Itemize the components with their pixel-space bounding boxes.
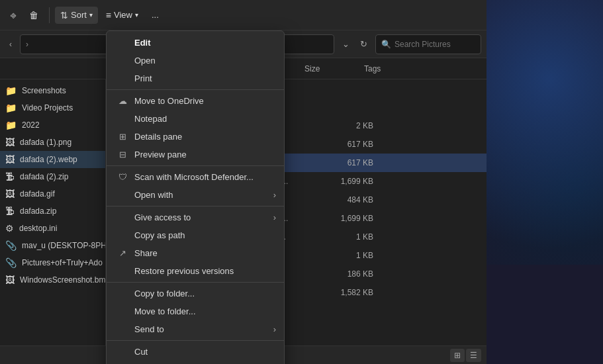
file-size: 617 KB bbox=[327, 140, 387, 149]
sidebar-item[interactable]: ⚙ desktop.ini bbox=[0, 220, 105, 237]
context-menu-item[interactable]: Copy to folder... bbox=[107, 285, 284, 302]
context-menu-item-label: Open with bbox=[134, 190, 173, 200]
context-menu-item[interactable]: Copy as path bbox=[107, 226, 284, 244]
file-icon: 🖼 bbox=[5, 275, 15, 285]
context-menu: EditOpenPrint☁Move to OneDriveNotepad⊞De… bbox=[106, 30, 285, 364]
context-menu-item[interactable]: Send to› bbox=[107, 320, 284, 338]
sort-chevron-icon: ▾ bbox=[89, 11, 93, 19]
file-size: 1,582 KB bbox=[327, 288, 387, 297]
file-size: 484 KB bbox=[327, 195, 387, 205]
context-menu-item-label: Share bbox=[134, 248, 158, 258]
context-menu-item[interactable]: ☁Move to OneDrive bbox=[107, 92, 284, 110]
delete-icon: 🗑 bbox=[29, 10, 38, 21]
sidebar-item-label: dafada (2).zip bbox=[20, 172, 68, 181]
file-size: 1,699 KB bbox=[327, 214, 387, 223]
sidebar-item[interactable]: 📁 Video Projects bbox=[0, 99, 105, 116]
context-menu-item[interactable]: Move to folder... bbox=[107, 302, 284, 320]
context-menu-item[interactable]: Copy bbox=[107, 361, 284, 364]
context-menu-item-icon: 🛡 bbox=[117, 172, 128, 182]
context-menu-item-label: Edit bbox=[134, 38, 151, 48]
toolbar-separator bbox=[49, 7, 50, 23]
sidebar-item-label: 2022 bbox=[22, 120, 40, 130]
context-menu-item-icon: ⊞ bbox=[117, 132, 128, 142]
file-icon: ⚙ bbox=[5, 223, 14, 234]
file-icon: 📎 bbox=[5, 240, 17, 251]
context-menu-item-label: Give access to bbox=[134, 212, 191, 222]
context-menu-item-label: Open bbox=[134, 56, 156, 66]
delete-button[interactable]: 🗑 bbox=[24, 7, 44, 24]
nav-back-button[interactable]: ‹ bbox=[5, 37, 16, 52]
toolbar: ⎆ 🗑 ⇅ Sort ▾ ≡ View ▾ ... bbox=[0, 0, 487, 30]
submenu-arrow-icon: › bbox=[273, 190, 276, 200]
view-icon: ≡ bbox=[106, 10, 111, 21]
context-menu-item-icon: ⊟ bbox=[117, 150, 128, 159]
context-menu-item-label: Restore previous versions bbox=[134, 266, 234, 276]
refresh-button[interactable]: ↻ bbox=[356, 36, 371, 52]
list-view-button[interactable]: ☰ bbox=[466, 349, 481, 362]
sidebar-item[interactable]: 🗜 dafada (2).zip bbox=[0, 168, 105, 185]
sidebar-item[interactable]: 📁 2022 bbox=[0, 116, 105, 134]
dropdown-button[interactable]: ⌄ bbox=[338, 36, 353, 52]
file-size: 1 KB bbox=[327, 232, 387, 242]
file-icon: 📎 bbox=[5, 257, 17, 268]
sidebar-item-label: dafada (1).png bbox=[20, 138, 71, 147]
context-menu-item[interactable]: Open bbox=[107, 52, 284, 69]
context-menu-item[interactable]: ↗Share bbox=[107, 244, 284, 262]
search-input[interactable] bbox=[394, 40, 467, 49]
context-menu-item[interactable]: ⊞Details pane bbox=[107, 128, 284, 146]
submenu-arrow-icon: › bbox=[273, 212, 276, 222]
grid-view-button[interactable]: ⊞ bbox=[450, 349, 465, 362]
file-icon: 📁 bbox=[5, 120, 17, 130]
submenu-arrow-icon: › bbox=[273, 324, 276, 334]
context-menu-item[interactable]: Print bbox=[107, 69, 284, 87]
file-size: 2 KB bbox=[327, 121, 387, 130]
file-icon: 🗜 bbox=[5, 171, 15, 182]
context-menu-item-label: Move to OneDrive bbox=[134, 96, 204, 106]
view-chevron-icon: ▾ bbox=[135, 11, 138, 19]
sidebar-item-label: mav_u (DESKTOP-8PH... bbox=[22, 241, 105, 250]
sidebar-item[interactable]: 📁 Screenshots bbox=[0, 82, 105, 99]
sidebar-item[interactable]: 📎 Pictures+of+Truly+Ado bbox=[0, 254, 105, 271]
context-menu-separator bbox=[107, 282, 284, 283]
sidebar-item[interactable]: 🖼 dafada.gif bbox=[0, 185, 105, 203]
context-menu-item[interactable]: Notepad bbox=[107, 110, 284, 128]
search-box[interactable]: 🔍 bbox=[375, 34, 481, 54]
context-menu-separator bbox=[107, 206, 284, 206]
more-label: ... bbox=[152, 10, 159, 20]
more-button[interactable]: ... bbox=[146, 7, 164, 23]
context-menu-item-icon: ↗ bbox=[117, 248, 128, 258]
chevron-right-icon: › bbox=[26, 40, 28, 49]
context-menu-item[interactable]: Edit bbox=[107, 34, 284, 52]
sort-button[interactable]: ⇅ Sort ▾ bbox=[55, 7, 98, 24]
view-label: View bbox=[114, 10, 132, 20]
context-menu-item-label: Copy as path bbox=[134, 230, 185, 240]
sidebar-item-label: dafada.zip bbox=[20, 206, 56, 216]
file-icon: 📁 bbox=[5, 85, 17, 96]
context-menu-item[interactable]: Give access to› bbox=[107, 208, 284, 226]
sidebar-item[interactable]: 🖼 dafada (2).webp bbox=[0, 151, 105, 168]
context-menu-item[interactable]: 🛡Scan with Microsoft Defender... bbox=[107, 168, 284, 186]
file-size: 1 KB bbox=[327, 251, 387, 260]
file-icon: 🖼 bbox=[5, 137, 15, 148]
context-menu-item-label: Notepad bbox=[134, 114, 167, 124]
sidebar-item[interactable]: 🖼 dafada (1).png bbox=[0, 134, 105, 151]
context-menu-item[interactable]: Open with› bbox=[107, 186, 284, 204]
file-size: 1,699 KB bbox=[327, 177, 387, 186]
share-button[interactable]: ⎆ bbox=[5, 7, 21, 24]
context-menu-item[interactable]: Cut bbox=[107, 343, 284, 361]
context-menu-item-label: Details pane bbox=[134, 132, 182, 142]
file-icon: 🖼 bbox=[5, 154, 15, 165]
context-menu-item-label: Copy to folder... bbox=[134, 289, 195, 298]
context-menu-separator bbox=[107, 340, 284, 341]
view-button[interactable]: ≡ View ▾ bbox=[101, 7, 144, 24]
context-menu-item[interactable]: Restore previous versions bbox=[107, 262, 284, 280]
view-toggle: ⊞ ☰ bbox=[450, 349, 481, 362]
file-size: 617 KB bbox=[327, 158, 387, 167]
col-size-header[interactable]: Size bbox=[304, 64, 364, 73]
sidebar-item-label: dafada.gif bbox=[20, 189, 55, 199]
col-tags-header[interactable]: Tags bbox=[364, 64, 430, 73]
sidebar-item[interactable]: 🗜 dafada.zip bbox=[0, 203, 105, 220]
sidebar-item[interactable]: 📎 mav_u (DESKTOP-8PH... bbox=[0, 237, 105, 254]
sidebar-item[interactable]: 🖼 WindowsScreenshot.bm bbox=[0, 271, 105, 289]
context-menu-item[interactable]: ⊟Preview pane bbox=[107, 146, 284, 163]
